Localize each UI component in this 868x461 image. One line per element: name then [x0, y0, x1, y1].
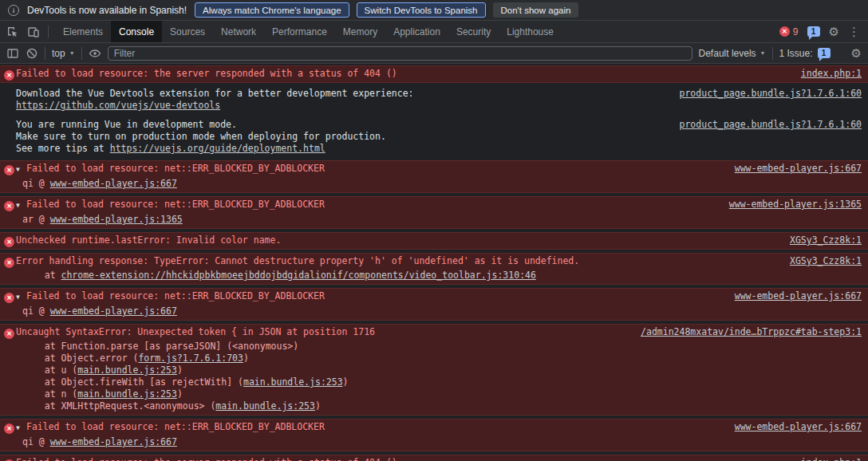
- tab-security[interactable]: Security: [448, 21, 499, 42]
- console-message: ✕Error handling response: TypeError: Can…: [0, 253, 868, 285]
- tab-application[interactable]: Application: [385, 21, 448, 42]
- live-expression-eye-icon[interactable]: [89, 47, 101, 60]
- message-text: Failed to load resource: net::ERR_BLOCKE…: [26, 199, 325, 210]
- source-location-link[interactable]: product_page.bundle.js?1.7.6.1:60: [669, 119, 868, 131]
- info-icon: i: [8, 5, 19, 16]
- console-sidebar-icon[interactable]: [6, 47, 19, 60]
- console-link[interactable]: main.bundle.js:253: [77, 388, 177, 400]
- console-link[interactable]: https://vuejs.org/guide/deployment.html: [110, 143, 326, 154]
- error-icon: ✕: [4, 293, 14, 303]
- expand-caret-icon[interactable]: ▼: [16, 164, 26, 175]
- console-link[interactable]: www-embed-player.js:1365: [50, 214, 183, 225]
- message-line: Unchecked runtime.lastError: Invalid col…: [16, 234, 868, 246]
- message-line: ▼Failed to load resource: net::ERR_BLOCK…: [16, 421, 868, 434]
- context-selector[interactable]: top ▼: [52, 48, 75, 59]
- stack-frame: ar @ www-embed-player.js:1365: [16, 214, 868, 226]
- tab-console[interactable]: Console: [111, 21, 162, 42]
- console-link[interactable]: www-embed-player.js:667: [50, 436, 177, 447]
- chevron-down-icon: ▼: [69, 50, 75, 56]
- stack-frame: at Object.error (form.js?1.7.6.1:703): [16, 353, 868, 364]
- infobar-button[interactable]: Switch DevTools to Spanish: [357, 2, 486, 18]
- message-line-text: You are running Vue in development mode.: [16, 119, 669, 131]
- error-icon: ✕: [4, 165, 14, 175]
- message-text: Failed to load resource: net::ERR_BLOCKE…: [26, 421, 325, 432]
- source-location-link[interactable]: www-embed-player.js:667: [724, 421, 868, 433]
- infobar-button[interactable]: Don't show again: [493, 2, 579, 18]
- expand-caret-icon[interactable]: ▼: [16, 422, 26, 434]
- source-location-link[interactable]: XGSy3_Czz8k:1: [779, 234, 868, 246]
- issues-counter[interactable]: 1 Issue: 1: [779, 48, 831, 59]
- expand-caret-icon[interactable]: ▼: [16, 291, 26, 303]
- source-location-link[interactable]: www-embed-player.js:667: [724, 290, 868, 302]
- infobar-message: DevTools is now available in Spanish!: [27, 5, 187, 16]
- inspect-element-icon[interactable]: [6, 26, 19, 38]
- message-line: https://github.com/vuejs/vue-devtools: [16, 100, 868, 112]
- message-line: Download the Vue Devtools extension for …: [16, 88, 868, 100]
- message-line: Error handling response: TypeError: Cann…: [16, 255, 868, 267]
- console-link[interactable]: main.bundle.js:253: [77, 364, 177, 376]
- stack-frame: at Object.fireWith [as rejectWith] (main…: [16, 376, 868, 388]
- source-location-link[interactable]: index.php:1: [790, 68, 868, 80]
- message-line-text: Make sure to turn on production mode whe…: [16, 131, 868, 143]
- source-location-link[interactable]: XGSy3_Czz8k:1: [779, 255, 868, 267]
- log-levels-selector[interactable]: Default levels ▼: [699, 48, 766, 59]
- source-location-link[interactable]: product_page.bundle.js?1.7.6.1:60: [669, 88, 868, 100]
- issue-count: 1: [822, 49, 827, 57]
- console-link[interactable]: main.bundle.js:253: [243, 376, 343, 388]
- message-text: ): [177, 364, 183, 376]
- tab-performance[interactable]: Performance: [264, 21, 335, 42]
- console-link[interactable]: https://github.com/vuejs/vue-devtools: [16, 100, 220, 111]
- divider: [45, 47, 45, 60]
- message-text: Make sure to turn on production mode whe…: [16, 131, 386, 142]
- message-line-text: Download the Vue Devtools extension for …: [16, 88, 669, 100]
- more-options-kebab-icon[interactable]: ⋮: [848, 26, 860, 37]
- tab-bar: ElementsConsoleSourcesNetworkPerformance…: [0, 21, 868, 43]
- stack-frame: at chrome-extension://hhckidpbkbmoeejbdd…: [16, 270, 868, 282]
- error-icon: ✕: [4, 424, 14, 434]
- console-messages: ✕Failed to load resource: the server res…: [0, 65, 868, 461]
- expand-caret-icon[interactable]: ▼: [16, 199, 26, 211]
- tab-elements[interactable]: Elements: [55, 21, 111, 42]
- tabbar-tool-icons: [0, 21, 55, 42]
- source-location-link[interactable]: index.php:1: [790, 457, 868, 461]
- message-text: Failed to load resource: the server resp…: [16, 68, 397, 79]
- divider: [81, 47, 82, 60]
- source-location-link[interactable]: /admin248mxatav/inde…bTrppzc#tab-step3:1: [629, 326, 868, 338]
- tab-lighthouse[interactable]: Lighthouse: [499, 21, 562, 42]
- error-icon: ✕: [4, 237, 14, 247]
- console-link[interactable]: form.js?1.7.6.1:703: [138, 353, 243, 364]
- clear-console-icon[interactable]: [26, 47, 38, 60]
- context-label: top: [52, 48, 65, 59]
- tab-strip: ElementsConsoleSourcesNetworkPerformance…: [55, 21, 562, 42]
- tab-network[interactable]: Network: [213, 21, 264, 42]
- source-location-link[interactable]: www-embed-player.js:667: [724, 163, 868, 175]
- error-icon: ✕: [4, 329, 14, 339]
- infobar-buttons: Always match Chrome's languageSwitch Dev…: [195, 2, 578, 18]
- console-link[interactable]: chrome-extension://hhckidpbkbmoeejbddojb…: [61, 270, 535, 281]
- message-text: at XMLHttpRequest.<anonymous> (: [22, 400, 215, 412]
- issues-badge: 1: [818, 48, 831, 58]
- console-link[interactable]: www-embed-player.js:667: [50, 178, 177, 189]
- message-line: ▼Failed to load resource: net::ERR_BLOCK…: [16, 163, 868, 175]
- issues-badge[interactable]: 1: [807, 26, 820, 37]
- message-text: at n (: [22, 388, 77, 400]
- source-location-link[interactable]: www-embed-player.js:1365: [718, 199, 868, 211]
- settings-gear-icon[interactable]: ⚙: [829, 26, 839, 37]
- console-link[interactable]: main.bundle.js:253: [215, 400, 315, 412]
- filter-input[interactable]: [108, 46, 692, 61]
- console-pane: ✕Failed to load resource: the server res…: [0, 64, 868, 461]
- tab-sources[interactable]: Sources: [162, 21, 213, 42]
- console-message: ✕▼Failed to load resource: net::ERR_BLOC…: [0, 160, 868, 193]
- console-message: You are running Vue in development mode.…: [0, 117, 868, 157]
- device-toolbar-icon[interactable]: [27, 26, 40, 38]
- error-count-badge[interactable]: ✕ 9: [779, 26, 799, 37]
- console-message: ✕Failed to load resource: the server res…: [0, 455, 868, 461]
- infobar-button[interactable]: Always match Chrome's language: [195, 2, 349, 18]
- message-text: qi @: [22, 436, 50, 447]
- divider: [772, 47, 773, 60]
- console-link[interactable]: www-embed-player.js:667: [50, 305, 177, 317]
- message-line: ▼Failed to load resource: net::ERR_BLOCK…: [16, 290, 868, 303]
- tab-memory[interactable]: Memory: [335, 21, 385, 42]
- console-settings-gear-icon[interactable]: ⚙: [851, 47, 862, 59]
- console-toolbar: top ▼ Default levels ▼ 1 Issue: 1 ⚙: [0, 43, 868, 64]
